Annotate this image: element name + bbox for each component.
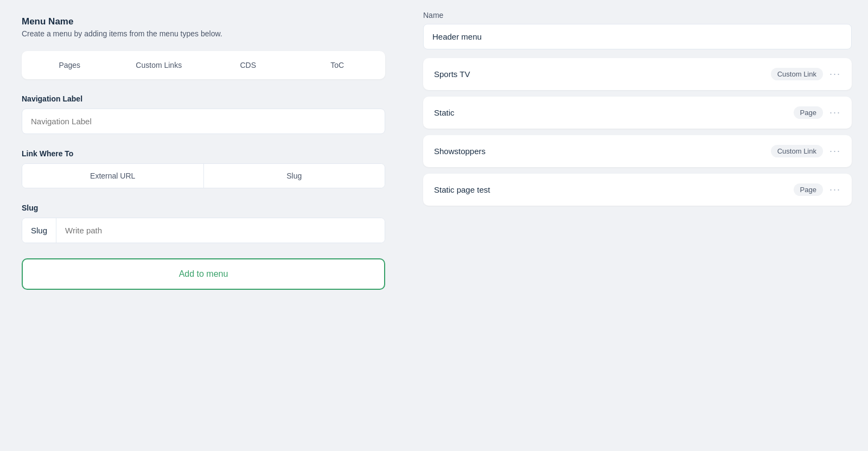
tab-toc[interactable]: ToC (294, 55, 381, 75)
left-panel: Menu Name Create a menu by adding items … (0, 0, 407, 451)
tab-cds[interactable]: CDS (205, 55, 292, 75)
add-to-menu-button[interactable]: Add to menu (22, 258, 385, 290)
menu-item-row: Static page test Page ··· (423, 174, 852, 206)
name-label: Name (423, 11, 852, 20)
tab-pages[interactable]: Pages (26, 55, 113, 75)
menu-item-name: Sports TV (434, 69, 470, 79)
header-menu-input[interactable] (423, 24, 852, 49)
tab-custom-links[interactable]: Custom Links (116, 55, 203, 75)
toggle-external-url[interactable]: External URL (22, 164, 204, 188)
menu-item-badge: Page (794, 183, 823, 196)
link-where-to-label: Link Where To (22, 149, 385, 158)
menu-item-row: Static Page ··· (423, 97, 852, 129)
slug-input-wrapper: Slug (22, 218, 385, 243)
menu-item-more-icon[interactable]: ··· (829, 107, 841, 118)
menu-name-title: Menu Name (22, 16, 385, 27)
tabs-container: Pages Custom Links CDS ToC (22, 51, 385, 79)
slug-section-label: Slug (22, 204, 385, 212)
menu-item-name: Static page test (434, 185, 490, 194)
menu-item-row: Sports TV Custom Link ··· (423, 58, 852, 90)
menu-name-subtitle: Create a menu by adding items from the m… (22, 29, 385, 38)
slug-prefix: Slug (22, 218, 56, 243)
right-panel: Name Sports TV Custom Link ··· Static Pa… (407, 0, 868, 451)
navigation-label-input[interactable] (22, 109, 385, 134)
menu-item-more-icon[interactable]: ··· (829, 145, 841, 157)
toggle-slug[interactable]: Slug (204, 164, 385, 188)
menu-item-name: Showstoppers (434, 147, 486, 156)
slug-input[interactable] (56, 218, 385, 243)
menu-item-row: Showstoppers Custom Link ··· (423, 135, 852, 167)
menu-item-badge: Custom Link (771, 68, 823, 80)
menu-item-more-icon[interactable]: ··· (829, 184, 841, 195)
menu-item-name: Static (434, 108, 455, 117)
link-where-to-toggle: External URL Slug (22, 163, 385, 188)
menu-item-badge: Page (794, 106, 823, 119)
menu-item-badge: Custom Link (771, 145, 823, 157)
navigation-label-heading: Navigation Label (22, 94, 385, 103)
menu-item-more-icon[interactable]: ··· (829, 68, 841, 80)
